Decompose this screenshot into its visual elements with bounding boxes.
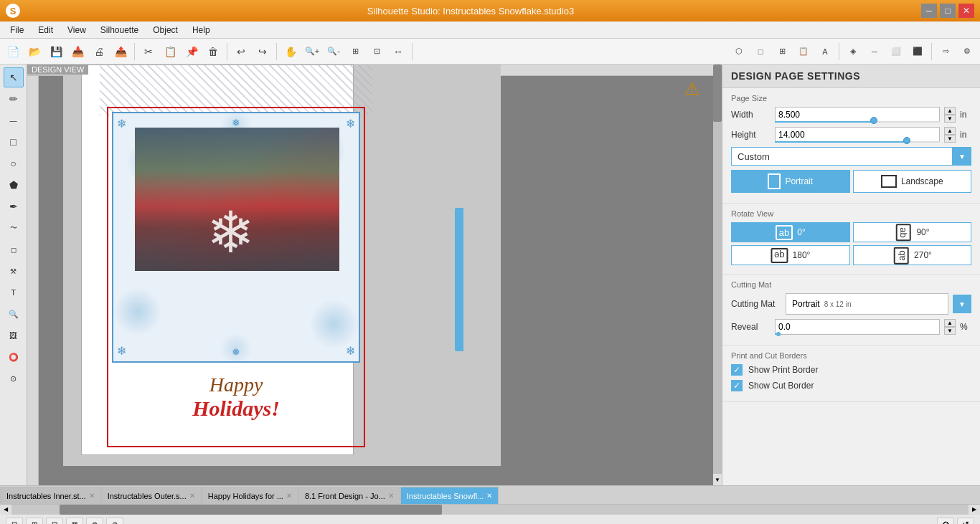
eraser-tool[interactable]: ◻ bbox=[4, 239, 24, 259]
tab-close-5[interactable]: ✕ bbox=[486, 492, 492, 500]
transform-button[interactable]: □ bbox=[750, 42, 771, 62]
width-input[interactable] bbox=[775, 107, 940, 123]
pen-tool[interactable]: ✒ bbox=[4, 196, 24, 216]
paste-button[interactable]: 📌 bbox=[182, 42, 202, 62]
nodes-button[interactable]: ⬡ bbox=[729, 42, 749, 62]
size-preset-dropdown[interactable]: Custom bbox=[731, 147, 953, 166]
show-print-border-checkbox[interactable]: ✓ bbox=[731, 364, 743, 376]
width-up[interactable]: ▲ bbox=[944, 107, 956, 115]
tab-close-1[interactable]: ✕ bbox=[89, 492, 95, 500]
reveal-handle[interactable] bbox=[776, 332, 781, 336]
height-down[interactable]: ▼ bbox=[944, 135, 956, 143]
height-slider-handle[interactable] bbox=[903, 137, 910, 144]
align-left-button[interactable]: ⊡ bbox=[6, 518, 23, 525]
zoom-tool[interactable]: 🔍 bbox=[4, 304, 24, 324]
grab-button[interactable]: ↔ bbox=[388, 42, 408, 62]
menu-help[interactable]: Help bbox=[185, 24, 217, 37]
tab-happy-holidays[interactable]: Happy Holidays for ... ✕ bbox=[202, 487, 298, 504]
knife-tool[interactable]: ⚒ bbox=[4, 261, 24, 281]
zoom-select-button[interactable]: ⊡ bbox=[367, 42, 387, 62]
hscroll-thumb[interactable] bbox=[60, 505, 443, 515]
scroll-thumb[interactable] bbox=[713, 65, 722, 122]
menu-file[interactable]: File bbox=[3, 24, 31, 37]
distribute-h-button[interactable]: ⊗ bbox=[86, 518, 103, 525]
cut-button[interactable]: ✂ bbox=[138, 42, 159, 62]
save-as-button[interactable]: 📥 bbox=[67, 42, 88, 62]
rotate-270-button[interactable]: ab 270° bbox=[853, 245, 972, 265]
stroke-color-tool[interactable]: ⊙ bbox=[4, 368, 24, 389]
cutting-mat-select[interactable]: Portrait 8 x 12 in bbox=[786, 293, 948, 315]
polygon-tool[interactable]: ⬟ bbox=[4, 175, 24, 195]
rectangle-tool[interactable]: □ bbox=[4, 132, 24, 152]
import-tool[interactable]: 🖼 bbox=[4, 325, 24, 346]
width-slider-handle[interactable] bbox=[870, 117, 877, 124]
settings-button[interactable]: ⚙ bbox=[957, 42, 977, 62]
menu-object[interactable]: Object bbox=[146, 24, 185, 37]
refresh-status-button[interactable]: ↺ bbox=[957, 518, 974, 525]
line-button[interactable]: ─ bbox=[864, 42, 885, 62]
undo-button[interactable]: ↩ bbox=[231, 42, 251, 62]
new-button[interactable]: 📄 bbox=[3, 42, 23, 62]
landscape-button[interactable]: Landscape bbox=[853, 170, 972, 193]
scroll-down-button[interactable]: ▼ bbox=[713, 474, 722, 485]
page-setup-button[interactable]: 📋 bbox=[793, 42, 814, 62]
align-right-button[interactable]: ⊟ bbox=[46, 518, 63, 525]
curve-tool[interactable]: 〜 bbox=[4, 218, 24, 238]
scroll-right-button[interactable]: ▶ bbox=[969, 505, 980, 515]
redo-button[interactable]: ↪ bbox=[253, 42, 273, 62]
height-up[interactable]: ▲ bbox=[944, 127, 956, 135]
fill-color-tool[interactable]: ⭕ bbox=[4, 347, 24, 367]
rotate-180-button[interactable]: qe 180° bbox=[731, 245, 850, 265]
distribute-v-button[interactable]: ⊕ bbox=[106, 518, 123, 525]
replicate-button[interactable]: ⊞ bbox=[772, 42, 792, 62]
ellipse-tool[interactable]: ○ bbox=[4, 153, 24, 173]
maximize-button[interactable]: □ bbox=[940, 4, 956, 18]
text-tool[interactable]: T bbox=[4, 282, 24, 303]
tab-close-2[interactable]: ✕ bbox=[189, 492, 195, 500]
zoom-fit-button[interactable]: ⊞ bbox=[345, 42, 365, 62]
save-button[interactable]: 💾 bbox=[46, 42, 66, 62]
show-cut-border-checkbox[interactable]: ✓ bbox=[731, 380, 743, 391]
align-center-button[interactable]: ⊞ bbox=[26, 518, 43, 525]
print-button[interactable]: 🖨 bbox=[89, 42, 109, 62]
close-button[interactable]: ✕ bbox=[958, 4, 974, 18]
line-tool[interactable]: — bbox=[4, 110, 24, 130]
canvas-vertical-scrollbar[interactable]: ▲ ▼ bbox=[713, 65, 722, 485]
copy-button[interactable]: 📋 bbox=[160, 42, 180, 62]
minimize-button[interactable]: ─ bbox=[921, 4, 937, 18]
menu-silhouette[interactable]: Silhouette bbox=[93, 24, 146, 37]
text-style-button[interactable]: A bbox=[815, 42, 835, 62]
tab-front-design[interactable]: 8.1 Front Design - Jo... ✕ bbox=[298, 487, 400, 504]
reveal-down[interactable]: ▼ bbox=[944, 327, 956, 335]
delete-button[interactable]: 🗑 bbox=[203, 42, 223, 62]
group-button[interactable]: ⬜ bbox=[886, 42, 906, 62]
settings-status-button[interactable]: ⚙ bbox=[937, 518, 954, 525]
print-send-button[interactable]: 📤 bbox=[110, 42, 131, 62]
cutting-mat-dropdown-arrow[interactable]: ▼ bbox=[953, 295, 971, 313]
ungroup-button[interactable]: ⬛ bbox=[908, 42, 928, 62]
draw-tool[interactable]: ✏ bbox=[4, 89, 24, 109]
reveal-input[interactable] bbox=[775, 319, 940, 335]
height-input[interactable] bbox=[775, 127, 940, 143]
tab-close-3[interactable]: ✕ bbox=[286, 492, 292, 500]
tab-instructables-outer[interactable]: Instructables Outer.s... ✕ bbox=[101, 487, 202, 504]
reveal-up[interactable]: ▲ bbox=[944, 319, 956, 327]
open-button[interactable]: 📂 bbox=[24, 42, 44, 62]
scroll-left-button[interactable]: ◀ bbox=[0, 505, 11, 515]
rotate-0-button[interactable]: ab 0° bbox=[731, 222, 850, 242]
align-top-button[interactable]: ⊠ bbox=[66, 518, 83, 525]
rotate-90-button[interactable]: ab 90° bbox=[853, 222, 972, 242]
zoom-in-button[interactable]: 🔍+ bbox=[302, 42, 322, 62]
portrait-button[interactable]: Portrait bbox=[731, 170, 850, 193]
pan-button[interactable]: ✋ bbox=[281, 42, 301, 62]
menu-edit[interactable]: Edit bbox=[31, 24, 60, 37]
select-tool[interactable]: ↖ bbox=[4, 67, 24, 87]
menu-view[interactable]: View bbox=[60, 24, 93, 37]
tab-close-4[interactable]: ✕ bbox=[388, 492, 394, 500]
tab-snowflake-active[interactable]: Instructables Snowfl... ✕ bbox=[400, 487, 499, 504]
width-down[interactable]: ▼ bbox=[944, 115, 956, 123]
send-to-silhouette[interactable]: ⇨ bbox=[936, 42, 956, 62]
tab-instructables-inner[interactable]: Instructables Inner.st... ✕ bbox=[0, 487, 101, 504]
fill-button[interactable]: ◈ bbox=[843, 42, 863, 62]
size-preset-dropdown-arrow[interactable]: ▼ bbox=[953, 147, 971, 166]
